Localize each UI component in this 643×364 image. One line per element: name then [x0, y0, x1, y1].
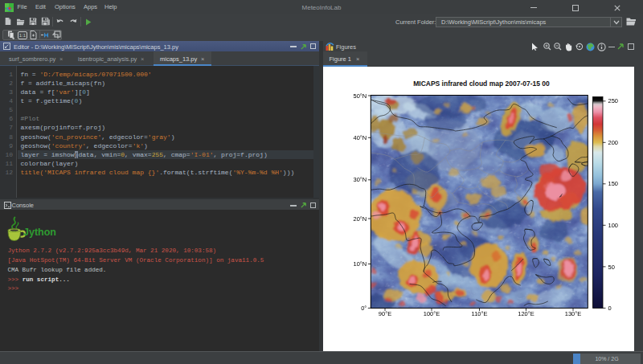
svg-text:0°: 0° — [361, 305, 367, 312]
svg-text:130°E: 130°E — [565, 310, 582, 317]
svg-text:90°E: 90°E — [379, 310, 391, 317]
svg-text:150: 150 — [608, 180, 619, 187]
svg-text:MICAPS infrared cloud map 2007: MICAPS infrared cloud map 2007-07-15 00 — [413, 80, 550, 88]
svg-text:40°N: 40°N — [354, 134, 367, 141]
svg-text:1:1: 1:1 — [19, 33, 27, 38]
svg-text:50°N: 50°N — [354, 92, 367, 100]
svg-text:100°E: 100°E — [424, 310, 440, 317]
svg-text:0: 0 — [608, 305, 612, 312]
svg-text:120°E: 120°E — [518, 310, 534, 317]
svg-text:200: 200 — [608, 139, 619, 146]
svg-text:30°N: 30°N — [354, 176, 367, 183]
svg-text:50: 50 — [608, 264, 615, 271]
svg-text:250: 250 — [608, 97, 619, 104]
svg-text:100: 100 — [608, 222, 619, 229]
svg-text:20°N: 20°N — [354, 215, 367, 223]
svg-text:110°E: 110°E — [472, 310, 488, 317]
svg-text:10°N: 10°N — [354, 260, 367, 268]
